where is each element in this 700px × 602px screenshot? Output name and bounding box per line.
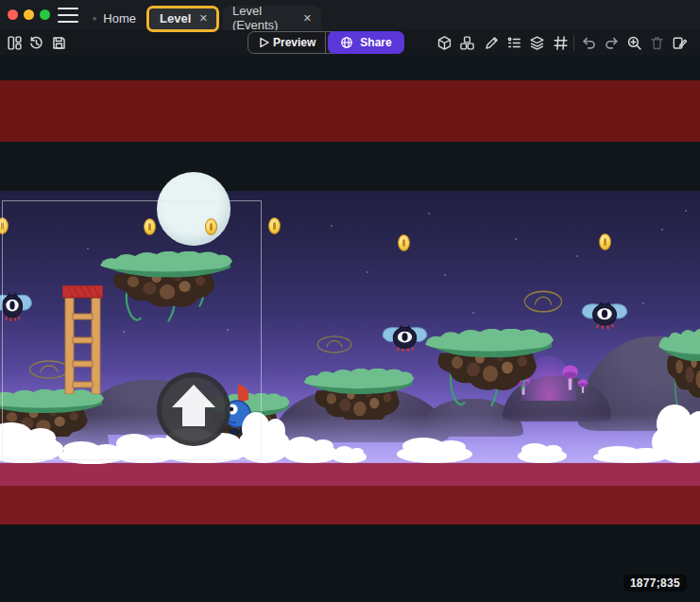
star-1 [515,238,517,240]
tab-level-close-icon[interactable]: ✕ [199,13,208,24]
enemy-bat-1[interactable] [378,321,432,354]
star-4 [661,229,663,231]
star-7 [472,312,474,314]
mushroom-2 [577,378,589,393]
coin-4[interactable] [398,234,410,251]
toolbar-divider [573,35,574,50]
editor-background-mid [0,142,700,191]
cloud-7 [397,445,472,463]
editor-background-bottom [0,525,700,602]
share-button[interactable]: Share [328,31,404,54]
instances-icon[interactable] [458,34,475,51]
cursor-coordinates-badge: 1877;835 [623,575,687,592]
trash-icon[interactable] [648,34,665,51]
preview-button-label: Preview [271,36,325,49]
maximize-window-button[interactable] [40,9,50,20]
scene-ground-bottom [0,486,700,525]
star-5 [685,210,687,212]
history-icon[interactable] [27,34,44,51]
scene-layer [0,55,700,602]
main-menu-icon[interactable] [58,8,78,23]
scene-ground-top [0,462,700,486]
save-icon[interactable] [50,34,67,51]
tab-level-events[interactable]: Level (Events) ✕ [223,6,321,30]
enemy-bat-2[interactable] [577,298,632,332]
scene-red-band-top [0,80,700,142]
tab-level[interactable]: Level ✕ [150,6,217,30]
star-11 [642,302,644,304]
layers-icon[interactable] [528,34,545,51]
globe-icon [340,36,353,49]
grid-icon[interactable] [552,34,569,51]
cloud-5 [283,444,338,463]
play-icon [256,35,271,50]
objects-list-icon[interactable] [505,34,522,51]
tab-home-label: Home [103,11,136,26]
minimize-window-button[interactable] [24,9,34,20]
redo-icon[interactable] [603,34,620,51]
zoom-in-icon[interactable] [625,34,642,51]
tab-level-label: Level [160,11,191,26]
scene-editor-canvas[interactable]: 1877;835 [0,55,700,602]
titlebar: Home Level ✕ Level (Events) ✕ [0,0,700,30]
pencil-icon[interactable] [483,34,500,51]
home-icon [93,11,96,26]
star-0 [428,213,430,215]
editor-background-top [0,55,700,80]
star-13 [444,274,446,276]
tab-level-events-close-icon[interactable]: ✕ [303,13,312,24]
star-9 [576,255,578,257]
camera-bounds-border [2,200,262,460]
coin-5[interactable] [599,233,611,250]
undo-icon[interactable] [580,34,597,51]
ufo-outline-1[interactable] [316,335,352,353]
coin-3[interactable] [268,217,281,234]
tab-home[interactable]: Home [83,6,145,30]
platform-island-center[interactable] [423,329,555,410]
window-controls [8,9,50,20]
share-button-label: Share [360,36,391,49]
panels-icon[interactable] [6,34,23,51]
ufo-outline-2[interactable] [523,289,563,313]
edit-scene-icon[interactable] [671,34,688,51]
3d-box-icon[interactable] [435,34,452,51]
star-2 [367,271,368,273]
star-10 [331,225,333,227]
close-window-button[interactable] [8,9,18,20]
gdevelop-window: Home Level ✕ Level (Events) ✕ Preview [0,0,700,602]
tab-level-events-label: Level (Events) [232,4,297,32]
cloud-6 [333,451,367,463]
platform-island-middle[interactable] [302,369,416,420]
cloud-8 [518,449,567,463]
toolbar: Preview Share [0,30,700,56]
